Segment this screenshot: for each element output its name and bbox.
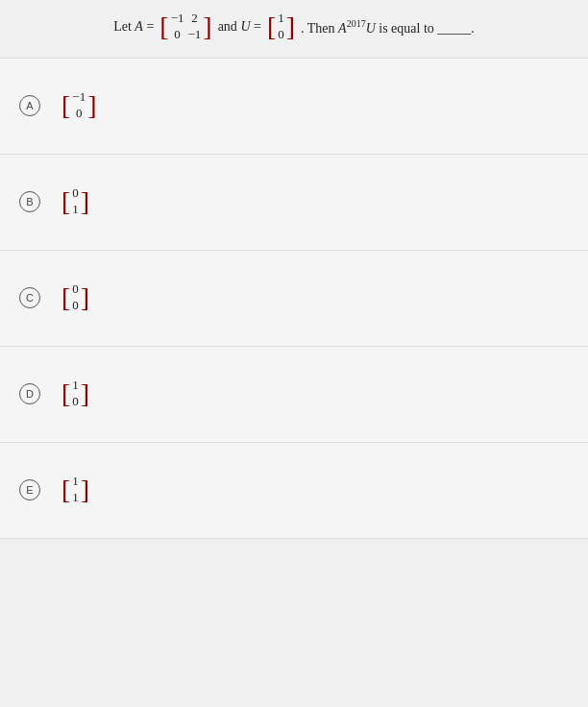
option-B-cells: 0 1 <box>70 184 81 219</box>
option-B-matrix: [ 0 1 ] <box>61 184 89 219</box>
option-E-matrix: [ 1 1 ] <box>61 473 89 507</box>
cell-A-11: −1 <box>187 27 201 43</box>
question-text: Let A = [ −1 2 0 −1 ] and U = [ 1 0 ] . … <box>19 10 569 44</box>
option-C-cells: 0 0 <box>70 280 81 315</box>
option-C-matrix-wrap: [ 0 0 ] <box>60 280 91 315</box>
matrix-A: [ −1 2 0 −1 ] <box>159 10 211 44</box>
matrix-U: [ 1 0 ] <box>267 10 295 44</box>
option-E-matrix-wrap: [ 1 1 ] <box>60 473 91 507</box>
matrix-A-cells: −1 2 0 −1 <box>169 10 204 44</box>
option-D[interactable]: D [ 1 0 ] <box>0 347 588 443</box>
cell-optC-0: 0 <box>72 281 79 298</box>
option-A-circle: A <box>19 95 40 116</box>
bracket-right-A: ] <box>203 13 211 40</box>
cell-A-10: 0 <box>171 27 184 43</box>
bracket-left-optE: [ <box>61 476 70 503</box>
cell-U-10: 0 <box>278 27 284 43</box>
bracket-right-U: ] <box>286 13 295 40</box>
bracket-left-optC: [ <box>61 284 70 311</box>
bracket-left-U: [ <box>267 13 276 40</box>
option-C-matrix: [ 0 0 ] <box>61 280 89 315</box>
bracket-right-optA: ] <box>87 92 96 119</box>
option-C[interactable]: C [ 0 0 ] <box>0 251 588 347</box>
question-prefix: Let A = <box>113 16 154 37</box>
question-header: Let A = [ −1 2 0 −1 ] and U = [ 1 0 ] . … <box>0 0 588 59</box>
cell-optA-1: 0 <box>72 106 86 122</box>
option-B[interactable]: B [ 0 1 ] <box>0 155 588 251</box>
cell-optB-1: 1 <box>72 202 79 218</box>
option-D-matrix: [ 1 0 ] <box>61 377 89 411</box>
cell-optE-0: 1 <box>72 474 79 490</box>
option-B-circle: B <box>19 191 40 212</box>
option-D-matrix-wrap: [ 1 0 ] <box>60 377 91 411</box>
bracket-left-optD: [ <box>61 380 70 407</box>
option-A-matrix-wrap: [ −1 0 ] <box>60 88 99 123</box>
option-E-circle: E <box>19 479 40 500</box>
bracket-left-optB: [ <box>61 188 70 215</box>
cell-optD-1: 0 <box>72 394 79 410</box>
option-E-cells: 1 1 <box>70 473 81 507</box>
cell-A-00: −1 <box>171 11 184 27</box>
cell-A-01: 2 <box>187 11 201 27</box>
option-A[interactable]: A [ −1 0 ] <box>0 59 588 155</box>
option-D-cells: 1 0 <box>70 377 81 411</box>
bracket-right-optC: ] <box>81 284 89 311</box>
bracket-left-A: [ <box>159 13 168 40</box>
exponent: 2017 <box>347 18 366 29</box>
bracket-right-optB: ] <box>81 188 89 215</box>
bracket-right-optD: ] <box>81 380 89 407</box>
option-D-circle: D <box>19 383 40 404</box>
option-C-circle: C <box>19 287 40 308</box>
option-E[interactable]: E [ 1 1 ] <box>0 443 588 539</box>
bracket-left-optA: [ <box>61 92 70 119</box>
option-A-matrix: [ −1 0 ] <box>61 88 97 123</box>
matrix-U-cells: 1 0 <box>276 10 286 44</box>
question-suffix: . Then A2017U is equal to _____. <box>301 16 475 38</box>
cell-optE-1: 1 <box>72 490 79 506</box>
cell-optC-1: 0 <box>72 298 79 314</box>
option-A-cells: −1 0 <box>70 88 87 123</box>
question-connector: and U = <box>218 16 261 37</box>
cell-optD-0: 1 <box>72 378 79 394</box>
cell-U-00: 1 <box>278 11 284 27</box>
option-B-matrix-wrap: [ 0 1 ] <box>60 184 91 219</box>
cell-optB-0: 0 <box>72 185 79 202</box>
bracket-right-optE: ] <box>81 476 89 503</box>
cell-optA-0: −1 <box>72 89 86 106</box>
